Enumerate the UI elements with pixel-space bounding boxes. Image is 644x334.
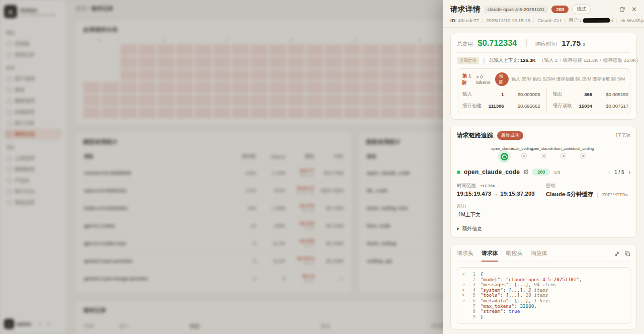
heatmap-cell	[362, 82, 379, 93]
collapse-icon[interactable]	[614, 249, 620, 259]
cell-cost: $2.473¥17.85	[285, 203, 314, 213]
sidebar-item[interactable]: 审计日志	[4, 186, 62, 197]
sidebar-item[interactable]: 渠道	[4, 85, 62, 96]
copy-icon[interactable]	[625, 249, 630, 259]
sidebar-item[interactable]: 使用记录	[4, 49, 62, 60]
heatmap-cell	[269, 82, 286, 93]
payload-tab[interactable]: 请求头	[457, 249, 473, 262]
fold-toggle-icon[interactable]: >	[462, 298, 468, 304]
tier-range: > 0 tokens	[476, 74, 492, 85]
drawer-header: 请求详情 claude-opus-4-5-20251101 200 流式 ✕ I…	[443, 0, 644, 28]
axis-tick: 1	[162, 38, 164, 42]
fold-spacer	[462, 304, 468, 309]
breadcrumb-root[interactable]: 首页	[75, 6, 87, 12]
pager-next-icon[interactable]: ›	[629, 170, 630, 175]
heatmap-cell	[399, 95, 417, 106]
axis-tick: 4	[354, 38, 356, 42]
cell-cost-cny: ¥1.65	[285, 226, 314, 230]
sidebar: A Aether LLM Gateway Console 概览仪表盘使用记录管理…	[0, 0, 66, 334]
node-status-dot	[457, 171, 460, 174]
heatmap-cell	[418, 57, 435, 68]
json-token: :	[514, 303, 520, 309]
api-key-masked: sk-WvzlSy4...uwgB	[620, 18, 644, 23]
table-row[interactable]: gpt-5.1-codex22439K$0.229¥1.65$1.43/M	[83, 216, 345, 234]
axis-tick: 5	[418, 38, 420, 42]
table-row[interactable]: opus-4-5-202511011724872K$142.37¥1,027.5…	[83, 181, 345, 199]
table-row[interactable]: gemini-3-pro-image-preview10$0.13¥0.94—	[83, 269, 345, 287]
sidebar-item[interactable]: 上游管理	[4, 153, 62, 164]
heatmap-cell	[176, 57, 193, 68]
trace-node[interactable]: duck_coding	[573, 153, 593, 160]
trace-node[interactable]: open_claude…	[534, 153, 553, 160]
trace-node[interactable]: open_claude…	[495, 153, 514, 160]
fold-spacer	[462, 314, 468, 320]
request-meta: ID: 43cede77 | 2025/12/10 19:15:19 | Cla…	[450, 17, 637, 24]
cell-avg-price: —	[314, 276, 344, 281]
pager-prev-icon[interactable]: ‹	[608, 170, 610, 175]
sidebar-item[interactable]: 模型映射	[4, 164, 62, 175]
table-row[interactable]: gpt-5.1-codex-max522.4K$0.056¥0.40$1.43/…	[83, 234, 345, 252]
table-row[interactable]: haiku-4-5-202510018241.28M$2.473¥17.85$3…	[83, 199, 345, 216]
heatmap-cell	[83, 44, 100, 55]
nav-item-label: 模型映射	[15, 166, 35, 173]
payload-tab[interactable]: 响应体	[531, 249, 547, 262]
heatmap-cell	[288, 57, 305, 68]
payload-tab[interactable]: 请求体	[481, 249, 498, 262]
cell-tokens: 872K	[256, 188, 285, 193]
heatmap-cell	[83, 82, 100, 93]
heatmap-cell	[362, 57, 379, 68]
table-row[interactable]: gemini-3-pro-preview513.2K$0.0073¥0.05$2…	[83, 252, 345, 269]
sidebar-item[interactable]: 仪表盘	[4, 38, 62, 49]
heatmap-cell	[213, 82, 230, 93]
sidebar-item[interactable]: 模型管理	[4, 96, 62, 107]
axis-tick: 2	[226, 38, 228, 42]
trace-node-label: open_claude…	[530, 146, 556, 151]
fold-toggle-icon[interactable]: >	[462, 293, 468, 298]
close-icon[interactable]: ✕	[631, 6, 637, 13]
trace-node[interactable]: ikun_code	[553, 153, 573, 160]
fold-toggle-icon[interactable]: >	[462, 288, 468, 293]
nav-item-icon	[7, 99, 12, 104]
trace-node[interactable]: duck_coding…	[514, 153, 534, 160]
sidebar-footer-icons[interactable]: ◐ ⇤	[39, 321, 53, 327]
nav-item-icon	[7, 156, 12, 161]
heatmap-cell	[306, 95, 324, 106]
extra-info-toggle[interactable]: 额外信息	[457, 225, 630, 232]
heatmap-cell	[213, 57, 230, 68]
drawer-title: 请求详情	[450, 5, 480, 14]
heatmap-cell	[381, 57, 398, 68]
sidebar-item[interactable]: 请求日志	[4, 129, 62, 140]
trace-node-ring	[501, 153, 508, 160]
payload-tab[interactable]: 响应头	[506, 249, 523, 262]
json-token: :	[503, 308, 509, 314]
fold-toggle-icon[interactable]: v	[462, 272, 468, 277]
sidebar-item[interactable]: 统计分析	[4, 118, 62, 129]
nav-item-icon	[7, 88, 12, 93]
external-link-icon[interactable]	[523, 168, 529, 177]
trace-timeline: open_claude…duck_coding…open_claude…ikun…	[457, 153, 630, 160]
heatmap-cell	[139, 95, 156, 106]
sidebar-item[interactable]: 价格设置	[4, 107, 62, 118]
sidebar-item[interactable]: 产品化	[4, 175, 62, 186]
table-row[interactable]: sonnet-4-5-2025092916021.13M$43.77¥315.7…	[83, 163, 345, 181]
heatmap-cell	[195, 57, 212, 68]
heatmap-cell	[251, 57, 268, 68]
heatmap-cell	[195, 95, 212, 106]
nav-item-label: 模型管理	[15, 98, 35, 105]
response-time-value: 17.75	[562, 39, 581, 47]
trace-node-ring	[541, 153, 546, 158]
sidebar-item[interactable]: 系统设置	[4, 197, 62, 208]
heatmap-cell	[418, 69, 435, 80]
fold-toggle-icon[interactable]: >	[462, 282, 468, 288]
heatmap-cell	[195, 44, 212, 55]
sidebar-user[interactable]: a admin ◐ ⇤	[4, 319, 62, 329]
sidebar-item[interactable]: 用户管理	[4, 73, 62, 85]
json-token: ,	[534, 303, 537, 309]
heatmap-cell	[176, 44, 193, 55]
nav-group-label: 系统	[6, 145, 60, 151]
json-token: "max_tokens"	[480, 303, 514, 309]
nav-item-label: 系统设置	[15, 199, 35, 206]
refresh-icon[interactable]	[619, 6, 625, 13]
cell-cost: $43.77¥315.79	[285, 168, 314, 178]
heatmap-cell	[344, 69, 361, 80]
